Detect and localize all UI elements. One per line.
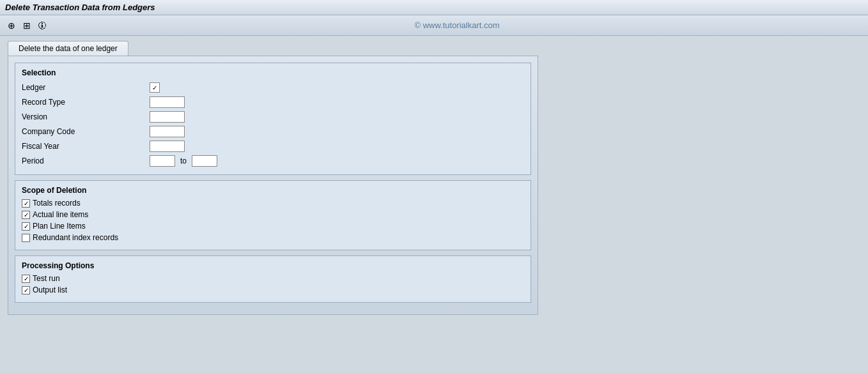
section-processing-options: Processing Options Test run Output list — [15, 255, 531, 303]
label-period: Period — [22, 156, 150, 165]
input-company-code[interactable] — [150, 126, 185, 137]
scope-title: Scope of Deletion — [22, 186, 524, 195]
toolbar-icon-1[interactable]: ⊕ — [5, 19, 18, 32]
page-title: Delete Transaction Data from Ledgers — [5, 3, 863, 12]
label-version: Version — [22, 112, 150, 121]
label-actual-line-items: Actual line items — [33, 210, 88, 219]
toolbar-icon-2[interactable]: ⊞ — [20, 19, 33, 32]
input-period-to[interactable] — [192, 155, 217, 167]
field-row-fiscal-year: Fiscal Year — [22, 140, 524, 153]
input-period-from[interactable] — [150, 155, 175, 167]
section-scope-of-deletion: Scope of Deletion Totals records Actual … — [15, 180, 531, 250]
input-fiscal-year[interactable] — [150, 141, 185, 152]
checkbox-row-test-run: Test run — [22, 274, 524, 283]
checkbox-row-totals: Totals records — [22, 199, 524, 208]
period-to-label: to — [180, 156, 187, 165]
field-row-period: Period to — [22, 155, 524, 167]
field-row-company-code: Company Code — [22, 125, 524, 138]
label-record-type: Record Type — [22, 98, 150, 107]
main-content: Delete the data of one ledger Selection … — [0, 36, 868, 320]
checkbox-test-run[interactable] — [22, 275, 30, 283]
checkbox-redundant-index[interactable] — [22, 234, 30, 242]
tab-bar: Delete the data of one ledger — [8, 41, 860, 56]
checkbox-actual-line-items[interactable] — [22, 211, 30, 219]
label-test-run: Test run — [33, 274, 60, 283]
section-selection: Selection Ledger Record Type Version Com… — [15, 63, 531, 175]
selection-title: Selection — [22, 68, 524, 77]
label-ledger: Ledger — [22, 83, 150, 92]
tab-delete-one-ledger[interactable]: Delete the data of one ledger — [8, 41, 128, 56]
label-redundant-index: Redundant index records — [33, 233, 118, 242]
label-plan-line-items: Plan Line Items — [33, 222, 86, 231]
checkbox-totals-records[interactable] — [22, 199, 30, 208]
field-row-version: Version — [22, 110, 524, 123]
field-row-ledger: Ledger — [22, 81, 524, 94]
field-row-record-type: Record Type — [22, 96, 524, 109]
label-fiscal-year: Fiscal Year — [22, 142, 150, 151]
label-output-list: Output list — [33, 285, 67, 294]
checkbox-row-plan-line: Plan Line Items — [22, 222, 524, 231]
label-totals-records: Totals records — [33, 199, 81, 208]
checkbox-output-list[interactable] — [22, 286, 30, 294]
form-container: Selection Ledger Record Type Version Com… — [8, 56, 538, 315]
input-record-type[interactable] — [150, 96, 185, 108]
input-version[interactable] — [150, 111, 185, 123]
toolbar: ⊕ ⊞ 🛈 © www.tutorialkart.com — [0, 15, 868, 36]
title-bar: Delete Transaction Data from Ledgers — [0, 0, 868, 15]
label-company-code: Company Code — [22, 127, 150, 136]
checkbox-plan-line-items[interactable] — [22, 222, 30, 231]
toolbar-icon-info[interactable]: 🛈 — [36, 19, 49, 32]
checkbox-row-redundant: Redundant index records — [22, 233, 524, 242]
checkbox-ledger[interactable] — [150, 82, 160, 93]
processing-title: Processing Options — [22, 261, 524, 270]
watermark: © www.tutorialkart.com — [51, 20, 863, 30]
checkbox-row-actual-line: Actual line items — [22, 210, 524, 219]
checkbox-row-output-list: Output list — [22, 285, 524, 294]
